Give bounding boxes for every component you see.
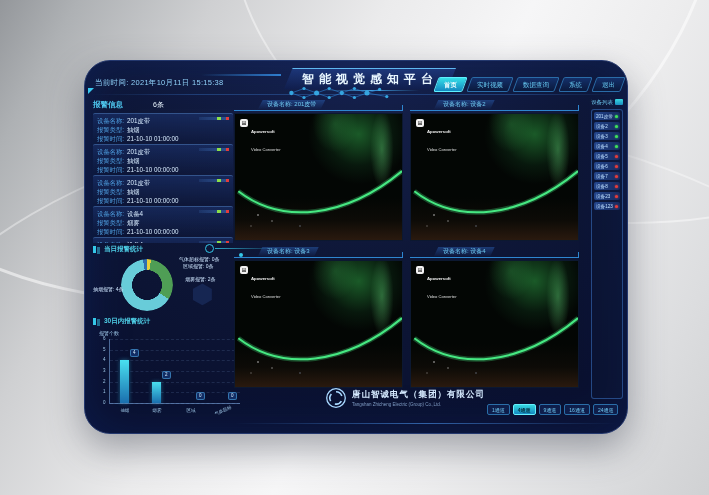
device-list-tab[interactable] <box>615 99 623 105</box>
status-dot <box>615 175 618 178</box>
daily-stats-title: 当日报警统计 <box>93 243 233 255</box>
alarm-mini-timeline <box>199 148 229 151</box>
donut-callout: 区域报警: 0条 <box>183 263 214 269</box>
watermark: ⊞ ApowersoftVideo Converter <box>240 266 281 302</box>
video-title: 设备名称: 设备3 <box>258 247 319 256</box>
device-list-item[interactable]: 设备8 <box>594 182 620 190</box>
current-time: 当前时间: 2021年10月11日 15:15:38 <box>95 78 224 88</box>
status-dot <box>615 165 618 168</box>
status-dot <box>615 135 618 138</box>
channel-button-4[interactable]: 4通道 <box>513 404 536 415</box>
tab-home[interactable]: 首页 <box>433 77 467 92</box>
footer-divider <box>235 423 617 424</box>
channel-button-1[interactable]: 1通道 <box>487 404 510 415</box>
alarm-list: 设备名称:201皮带 报警类型:抽烟 报警时间:21-10-10 01:00:0… <box>93 113 233 243</box>
company-name-en: Tangshan Zhicheng Electric (Group) Co.,L… <box>352 402 485 407</box>
channel-button-24[interactable]: 24通道 <box>593 404 619 415</box>
alarm-device: 201皮带 <box>127 117 150 124</box>
monthly-stats-title: 30日内报警统计 <box>93 315 233 327</box>
alarm-panel-title: 报警信息 <box>93 100 123 110</box>
alarm-device: 设备4 <box>127 210 143 217</box>
alarm-time: 21-10-10 00:00:00 <box>127 166 178 173</box>
video-panel-1: 设备名称: 201皮带 ⊞ ApowersoftVideo Converter <box>234 99 403 241</box>
nav-tabs: 首页 实时视频 数据查询 系统 退出 <box>436 77 623 92</box>
device-list-item[interactable]: 设备123 <box>594 202 620 210</box>
company-logo-icon <box>325 387 347 409</box>
bar-chart-plot: 01234564抽烟2烟雾0区域0气体超标 <box>109 339 240 404</box>
alarm-type: 烟雾 <box>127 219 140 226</box>
alarm-list-item[interactable]: 设备名称:201皮带 报警类型:抽烟 报警时间:21-10-10 01:00:0… <box>93 113 233 142</box>
device-list-panel: 设备列表 201皮带 设备2 设备3 设备4 设备5 设备6 设备7 设备8 设… <box>591 97 623 399</box>
alarm-panel: 报警信息 6条 设备名称:201皮带 报警类型:抽烟 报警时间:21-10-10… <box>93 98 233 428</box>
tab-exit[interactable]: 退出 <box>591 77 625 92</box>
tab-live-video[interactable]: 实时视频 <box>466 77 513 92</box>
device-list-header: 设备列表 <box>591 97 623 107</box>
video-panel-header: 设备名称: 设备2 <box>410 99 579 111</box>
bar-x-label: 抽烟 <box>112 408 138 413</box>
video-panel-4: 设备名称: 设备4 ⊞ ApowersoftVideo Converter <box>410 246 579 388</box>
watermark: ⊞ ApowersoftVideo Converter <box>416 119 457 155</box>
video-panel-header: 设备名称: 设备3 <box>234 246 403 258</box>
bar <box>152 382 161 403</box>
section-icon <box>93 318 96 325</box>
alarm-device: 201皮带 <box>127 179 150 186</box>
device-list-item[interactable]: 201皮带 <box>594 112 620 120</box>
video-feed[interactable]: ⊞ ApowersoftVideo Converter <box>234 260 403 388</box>
tab-data-query[interactable]: 数据查询 <box>512 77 559 92</box>
video-panel-header: 设备名称: 设备4 <box>410 246 579 258</box>
circuit-ring-decoration <box>205 244 214 253</box>
video-feed[interactable]: ⊞ ApowersoftVideo Converter <box>410 260 579 388</box>
device-list: 201皮带 设备2 设备3 设备4 设备5 设备6 设备7 设备8 设备23 设… <box>591 109 623 399</box>
platform-window: 当前时间: 2021年10月11日 15:15:38 智能视觉感知平台 首页 实… <box>84 60 628 434</box>
video-title: 设备名称: 设备2 <box>434 100 495 109</box>
apowersoft-logo-icon: ⊞ <box>240 266 248 274</box>
video-panel-header: 设备名称: 201皮带 <box>234 99 403 111</box>
status-dot <box>615 145 618 148</box>
status-dot <box>615 185 618 188</box>
alarm-time: 21-10-10 01:00:00 <box>127 135 178 142</box>
device-list-item[interactable]: 设备5 <box>594 152 620 160</box>
status-dot <box>615 115 618 118</box>
header-line <box>201 74 281 76</box>
apowersoft-logo-icon: ⊞ <box>240 119 248 127</box>
alarm-list-item[interactable]: 设备名称:201皮带 报警类型:抽烟 报警时间:21-10-10 00:00:0… <box>93 144 233 173</box>
tab-system[interactable]: 系统 <box>558 77 592 92</box>
alarm-type: 抽烟 <box>127 188 140 195</box>
channel-button-16[interactable]: 16通道 <box>564 404 590 415</box>
apowersoft-logo-icon: ⊞ <box>416 266 424 274</box>
header-hook <box>392 252 403 258</box>
bar-x-label: 区域 <box>178 408 204 413</box>
donut-callout: 烟雾报警: 2条 <box>185 276 216 282</box>
donut-callout: 抽烟报警: 4条 <box>93 286 124 292</box>
status-dot <box>615 155 618 158</box>
alarm-list-item[interactable]: 设备名称:设备4 报警类型:烟雾 报警时间:21-10-10 00:00:00 <box>93 206 233 235</box>
daily-alarm-chart: ⬢ 抽烟报警: 4条 气体超标报警: 0条 区域报警: 0条 烟雾报警: 2条 <box>93 255 233 315</box>
device-list-item[interactable]: 设备6 <box>594 162 620 170</box>
company-branding: 唐山智诚电气（集团）有限公司 Tangshan Zhicheng Electri… <box>325 387 485 409</box>
alarm-time: 21-10-10 00:00:00 <box>127 197 178 204</box>
donut-chart <box>121 259 173 311</box>
header-hook <box>392 105 403 111</box>
channel-button-9[interactable]: 9通道 <box>539 404 562 415</box>
video-title: 设备名称: 设备4 <box>434 247 495 256</box>
device-list-item[interactable]: 设备3 <box>594 132 620 140</box>
video-feed[interactable]: ⊞ ApowersoftVideo Converter <box>234 113 403 241</box>
status-dot <box>615 195 618 198</box>
video-feed[interactable]: ⊞ ApowersoftVideo Converter <box>410 113 579 241</box>
watermark: ⊞ ApowersoftVideo Converter <box>416 266 457 302</box>
alarm-type: 抽烟 <box>127 126 140 133</box>
device-list-item[interactable]: 设备7 <box>594 172 620 180</box>
device-list-item[interactable]: 设备4 <box>594 142 620 150</box>
donut-callout: 气体超标报警: 0条 <box>179 256 220 262</box>
video-panel-2: 设备名称: 设备2 ⊞ ApowersoftVideo Converter <box>410 99 579 241</box>
bar-value-label: 0 <box>196 392 205 400</box>
watermark: ⊞ ApowersoftVideo Converter <box>240 119 281 155</box>
header-hook <box>568 252 579 258</box>
header-hook <box>568 105 579 111</box>
alarm-list-item[interactable]: 设备名称:201皮带 报警类型:抽烟 报警时间:21-10-10 00:00:0… <box>93 175 233 204</box>
bar-value-label: 0 <box>228 392 237 400</box>
device-list-item[interactable]: 设备23 <box>594 192 620 200</box>
device-list-item[interactable]: 设备2 <box>594 122 620 130</box>
hexagon-watermark-icon: ⬢ <box>191 281 214 307</box>
section-icon <box>93 246 96 253</box>
